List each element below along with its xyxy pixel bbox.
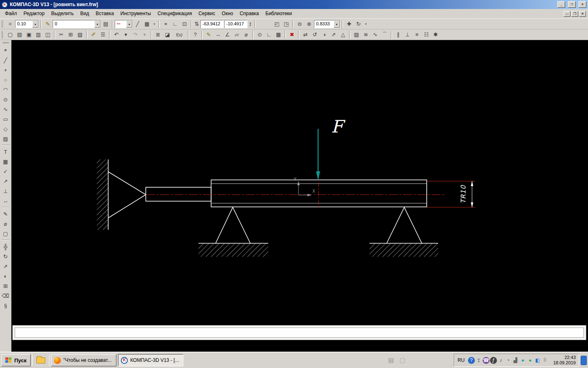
quick-launch-folder-icon[interactable] [36, 357, 45, 364]
table-tool-icon[interactable]: ▦ [1, 157, 11, 166]
cursor-step-icon[interactable]: ⌗ [6, 20, 15, 29]
minimize-button[interactable]: _ [557, 1, 565, 8]
chevron-down-icon[interactable]: ▾ [126, 20, 132, 28]
cut-icon[interactable]: ✂ [57, 30, 66, 39]
drawing-canvas[interactable]: F Y X TR10 [11, 40, 588, 352]
angle-snap-icon[interactable]: ╱ [133, 20, 142, 29]
local-axes-icon[interactable]: ⌖ [161, 20, 170, 29]
current-layer-icon[interactable]: ✎ [43, 20, 52, 29]
erase-tool-icon[interactable]: ⌫ [1, 291, 11, 301]
chevron-down-icon[interactable]: ▾ [32, 20, 38, 28]
spinner-down-icon[interactable]: ▼ [248, 24, 253, 27]
perpendicular-icon[interactable]: ⊥ [403, 30, 412, 39]
options-icon[interactable]: ✱ [431, 30, 440, 39]
tray-help-icon[interactable]: ? [468, 357, 475, 364]
toolbar-grip[interactable] [2, 20, 4, 28]
parallel-icon[interactable]: ∥ [394, 30, 403, 39]
move-tool-icon[interactable]: ╬ [1, 242, 11, 251]
datum-tool-icon[interactable]: ⊥ [1, 186, 11, 196]
line-tool-icon[interactable]: ╱ [1, 55, 11, 65]
menu-view[interactable]: Вид [77, 9, 93, 18]
arc-tool-icon[interactable]: ◠ [1, 85, 11, 94]
menu-specification[interactable]: Спецификация [154, 9, 195, 18]
copy-tool-icon[interactable]: ⊞ [1, 281, 11, 291]
tray-volume-icon[interactable]: ♪ [497, 357, 504, 364]
ellipse-tool-icon[interactable]: ⊙ [1, 94, 11, 104]
language-indicator[interactable]: RU [457, 357, 466, 363]
chevron-down-icon[interactable]: ▾ [363, 20, 368, 29]
tray-browser-icon[interactable]: ◧ [534, 357, 541, 364]
close-button[interactable]: ✕ [579, 1, 586, 8]
measure-angle-icon[interactable]: ∠ [223, 30, 232, 39]
mirror-tool-icon[interactable]: ◐ [1, 271, 11, 281]
diameter-icon[interactable]: ⌀ [242, 30, 251, 39]
align-icon[interactable]: ≡ [412, 30, 421, 39]
scale-tool-icon[interactable]: ⇗ [1, 261, 11, 271]
layers-manager-button[interactable]: ▤ [101, 20, 110, 29]
cursor-step-combo[interactable]: 0.10 ▾ [15, 20, 39, 28]
tray-updates-icon[interactable]: ‡ [475, 357, 482, 364]
line-style-combo[interactable]: ✏ ▾ [115, 20, 133, 28]
delete-object-icon[interactable]: ✖ [287, 30, 296, 39]
tray-meter-icon[interactable]: ◔ [505, 357, 512, 364]
ortho-mode-icon[interactable]: ∟ [171, 20, 180, 29]
zoom-page-icon[interactable]: ◳ [282, 20, 291, 29]
hatch-region-icon[interactable]: ▨ [1, 134, 11, 144]
snap-settings-icon[interactable]: ⊙ [255, 30, 264, 39]
taskbar-item-kompas[interactable]: K КОМПАС-3D V13 - [... [118, 354, 183, 366]
toolbar-grip[interactable] [2, 42, 9, 43]
print-icon[interactable]: ▥ [34, 30, 43, 39]
leader-tool-icon[interactable]: ↗ [1, 176, 11, 186]
mdi-restore-button[interactable]: ❐ [571, 11, 578, 17]
current-layer-combo[interactable]: 0 ▾ [53, 20, 101, 28]
menu-libraries[interactable]: Библиотеки [262, 9, 295, 18]
pan-icon[interactable]: ✚ [345, 20, 354, 29]
new-document-icon[interactable]: ▢ [6, 30, 15, 39]
scale-object-icon[interactable]: ⇗ [329, 30, 338, 39]
tray-viber-icon[interactable]: ☎ [483, 357, 490, 364]
select-tool-icon[interactable]: ⌖ [1, 45, 11, 55]
spline-edit-icon[interactable]: ∿ [371, 30, 380, 39]
coordinate-spinner[interactable]: ▲ ▼ [248, 20, 253, 28]
zoom-frame-icon[interactable]: ◰ [272, 20, 281, 29]
redo-icon[interactable]: ↷ [131, 30, 140, 39]
roughness-tool-icon[interactable]: ✓ [1, 166, 11, 176]
save-icon[interactable]: ▣ [24, 30, 33, 39]
chevron-down-icon[interactable]: ▾ [94, 20, 100, 28]
copy-properties-icon[interactable]: ✐ [89, 30, 98, 39]
menu-file[interactable]: Файл [2, 9, 20, 18]
coordinate-x-field[interactable]: -63.9412 [200, 20, 224, 28]
menu-service[interactable]: Сервис [195, 9, 218, 18]
deform-object-icon[interactable]: △ [339, 30, 347, 39]
taskbar-item-firefox[interactable]: "Чтобы не создават... [51, 354, 116, 366]
menu-window[interactable]: Окно [218, 9, 236, 18]
modify-tool-icon[interactable]: ✎ [1, 209, 11, 219]
tray-switcher-icon[interactable]: ƒ [490, 357, 497, 364]
tray-antivirus-icon[interactable]: ● [527, 357, 534, 364]
chevron-down-icon[interactable]: ▾ [334, 20, 340, 28]
quick-launch[interactable] [34, 357, 47, 364]
circle-tool-icon[interactable]: ○ [1, 75, 11, 85]
coordinate-y-field[interactable]: -10.4917 [224, 20, 247, 28]
zoom-level-combo[interactable]: 0.8333 ▾ [314, 20, 340, 28]
taskbar-page-icon[interactable]: ▢ [398, 356, 407, 365]
undo-icon[interactable]: ↶ [112, 30, 121, 39]
redo-dropdown-icon[interactable]: ▾ [140, 30, 149, 39]
right-angle-icon[interactable]: ∟ [265, 30, 274, 39]
area-icon[interactable]: ▱ [232, 30, 241, 39]
text-tool-icon[interactable]: T [1, 147, 11, 157]
toolbar-grip[interactable] [2, 31, 4, 38]
move-object-icon[interactable]: ⇄ [301, 30, 310, 39]
taskbar-clock[interactable]: 22:43 18.09.2019 [551, 355, 576, 366]
arc-edit-icon[interactable]: ⌒ [380, 30, 389, 39]
mdi-close-button[interactable]: ✕ [579, 11, 586, 17]
taskbar-doc-icon[interactable]: ▤ [387, 356, 396, 365]
measure-tool-icon[interactable]: ⌀ [1, 219, 11, 229]
copy-icon[interactable]: ⊞ [66, 30, 75, 39]
mirror-object-icon[interactable]: ◑ [320, 30, 329, 39]
snap-toggle-icon[interactable]: ⊡ [180, 20, 189, 29]
dimension-tool-icon[interactable]: ↔ [1, 196, 11, 206]
tray-cloud-icon[interactable]: ● [519, 357, 526, 364]
calculator-icon[interactable]: ≣ [154, 30, 163, 39]
undo-dropdown-icon[interactable]: ▾ [121, 30, 130, 39]
